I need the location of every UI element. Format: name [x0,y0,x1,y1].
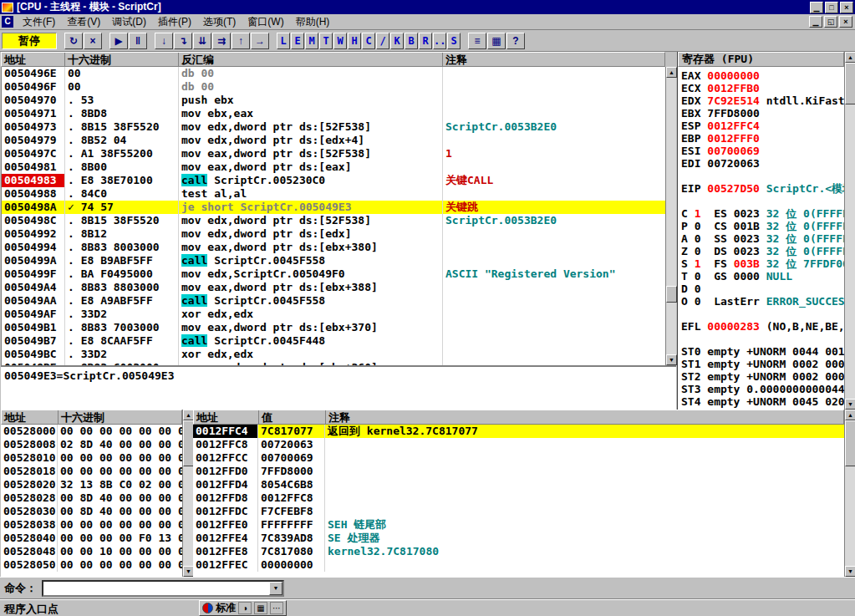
menu-item-1[interactable]: 查看(V) [61,13,106,31]
window-button-L[interactable]: L [277,33,290,49]
disasm-row[interactable]: 00504970. 53push ebx [2,94,665,107]
register-line[interactable]: ST4 empty +UNORM 0045 0208 [678,395,844,408]
stack-row[interactable]: 0012FFDCF7CFEBF8 [193,505,844,518]
scroll-down-icon[interactable]: ▼ [845,566,855,577]
window-button-E[interactable]: E [291,33,304,49]
disasm-row[interactable]: 005049AA. E8 A9ABF5FFcall ScriptCr.0045F… [2,294,665,308]
menu-item-5[interactable]: 窗口(W) [242,13,289,31]
dump-row[interactable]: 0052803000 8D 40 00 00 00 00 [1,505,182,518]
register-line[interactable] [678,308,844,320]
help-icon[interactable]: ? [506,33,525,49]
stack-row[interactable]: 0012FFE47C839AD8SE 处理器 [193,532,844,545]
trace-into-icon[interactable]: ⇊ [193,33,211,49]
disasm-row[interactable]: 0050496E00db 00 [2,67,665,80]
register-line[interactable]: ST2 empty +UNORM 0002 0000 [678,370,844,383]
disasm-scrollbar[interactable]: ▲ ▼ [665,67,676,365]
menu-item-2[interactable]: 调试(D) [106,13,152,31]
close-program-icon[interactable]: × [84,33,102,49]
register-line[interactable]: EDX 7C92E514 ntdll.KiFastS [678,94,844,107]
dump-pane[interactable]: 0052800000 00 00 00 00 00 000052800802 8… [1,425,182,577]
stack-row[interactable]: 0012FFD80012FFC8 [193,491,844,505]
dump-row[interactable]: 0052800000 00 00 00 00 00 00 [1,425,182,438]
disasm-row[interactable]: 0050498C. 8B15 38F5520mov edx,dword ptr … [2,214,665,227]
dump-row[interactable]: 0052804800 00 10 00 00 00 00 [1,545,182,558]
goto-address-icon[interactable]: → [251,33,269,49]
stack-row[interactable]: 0012FFE0FFFFFFFFSEH 链尾部 [193,518,844,532]
dump-row[interactable]: 0052801000 00 00 00 00 00 00 [1,451,182,465]
disasm-row[interactable]: 00504994. 8B83 8003000mov eax,dword ptr … [2,241,665,254]
disasm-row[interactable]: 00504992. 8B12mov edx,dword ptr ds:[edx] [2,227,665,241]
register-line[interactable]: EIP 00527D50 ScriptCr.<模块 [678,182,844,195]
disasm-row[interactable]: 00504988. 84C0test al,al [2,187,665,201]
dump-row[interactable]: 0052802032 13 8B C0 02 00 00 [1,478,182,491]
window-button-M[interactable]: M [305,33,318,49]
menu-item-3[interactable]: 插件(P) [152,13,197,31]
run-icon[interactable]: ▶ [109,33,128,49]
register-line[interactable]: EBX 7FFD8000 [678,107,844,120]
window-button-R[interactable]: R [419,33,432,49]
pause-status-button[interactable]: 暂停 [2,33,57,49]
disasm-row[interactable]: 0050498A✓ 74 57je short ScriptCr.005049E… [2,201,665,214]
ime-shape-icon[interactable]: ◑ [238,602,252,614]
disasm-row[interactable]: 0050499F. BA F0495000mov edx,ScriptCr.00… [2,267,665,281]
scroll-up-icon[interactable]: ▲ [666,67,677,78]
minimize-icon[interactable]: ▁ [810,2,823,13]
stack-row[interactable]: 0012FFC800720063 [193,438,844,451]
command-input[interactable] [43,582,269,595]
register-line[interactable]: T 0 GS 0000 NULL [678,270,844,283]
step-into-icon[interactable]: ↓ [155,33,173,49]
disasm-row[interactable]: 0050499A. E8 B9ABF5FFcall ScriptCr.0045F… [2,254,665,267]
disasm-row[interactable]: 005049B1. 8B83 7003000mov eax,dword ptr … [2,321,665,334]
menu-item-0[interactable]: 文件(F) [17,13,61,31]
mdi-restore-icon[interactable]: ◱ [824,16,837,28]
disasm-row[interactable]: 005049B7. E8 8CAAF5FFcall ScriptCr.0045F… [2,334,665,348]
register-line[interactable]: ST1 empty +UNORM 0002 0000 [678,358,844,370]
register-line[interactable] [678,333,844,345]
disasm-row[interactable]: 0050497C. A1 38F55200mov eax,dword ptr d… [2,147,665,160]
register-line[interactable]: EDI 00720063 [678,157,844,170]
stack-row[interactable]: 0012FFD48054C6B8 [193,478,844,491]
ime-keyboard-icon[interactable]: ▦ [254,602,267,614]
dump-row[interactable]: 0052801800 00 00 00 00 00 00 [1,465,182,478]
register-line[interactable]: A 0 SS 0023 32 位 0(FFFFF [678,232,844,245]
windows-icon[interactable]: ▦ [487,33,506,49]
disasm-row[interactable]: 005049A4. 8B83 8803000mov eax,dword ptr … [2,281,665,294]
dump-scrollbar[interactable]: ▲ ▼ [182,410,193,577]
register-line[interactable]: ESI 00700069 [678,145,844,157]
close-icon[interactable]: × [840,2,853,13]
register-line[interactable] [678,195,844,207]
stack-row[interactable]: 0012FFE87C817080kernel32.7C817080 [193,545,844,558]
register-line[interactable]: Z 0 DS 0023 32 位 0(FFFFF [678,245,844,257]
menu-item-6[interactable]: 帮助(H) [290,13,336,31]
stack-scrollbar[interactable]: ▲ ▼ [844,410,855,577]
window-button-C[interactable]: C [362,33,375,49]
trace-over-icon[interactable]: ⇉ [212,33,231,49]
disasm-row[interactable]: 005049BC. 33D2xor edx,edx [2,348,665,361]
register-line[interactable]: ST3 empty 0.00000000000447 [678,383,844,395]
maximize-icon[interactable]: □ [825,2,838,13]
scroll-up-icon[interactable]: ▲ [845,52,855,63]
disasm-row[interactable]: 00504983. E8 38E70100call ScriptCr.00523… [2,174,665,187]
register-line[interactable]: ESP 0012FFC4 [678,120,844,132]
register-line[interactable]: EAX 00000000 [678,69,844,82]
disasm-pane[interactable]: 0050496E00db 000050496F00db 0000504970. … [1,67,665,365]
registers-scrollbar[interactable]: ▲ ▼ [844,52,855,410]
register-line[interactable]: P 0 CS 001B 32 位 0(FFFFF [678,220,844,232]
disasm-row[interactable]: 005049AF. 33D2xor edx,edx [2,308,665,321]
disasm-row[interactable]: 0050496F00db 00 [2,80,665,94]
stack-pane[interactable]: 0012FFC47C817077返回到 kernel32.7C817077001… [193,425,844,577]
ime-mode-label[interactable]: 标准 [216,601,236,615]
mdi-minimize-icon[interactable]: ▁ [809,16,822,28]
menu-item-4[interactable]: 选项(T) [197,13,242,31]
register-line[interactable]: D 0 [678,283,844,295]
step-over-icon[interactable]: ↴ [174,33,192,49]
stack-row[interactable]: 0012FFC47C817077返回到 kernel32.7C817077 [193,425,844,438]
scrollbar-thumb[interactable] [845,420,855,466]
chevron-down-icon[interactable]: ▼ [269,582,282,595]
stack-row[interactable]: 0012FFCC00700069 [193,451,844,465]
restart-icon[interactable]: ↻ [64,33,83,49]
execute-till-return-icon[interactable]: ↑ [232,33,250,49]
scrollbar-thumb[interactable] [666,286,677,303]
dump-row[interactable]: 0052800802 8D 40 00 00 00 00 [1,438,182,451]
ime-logo-icon[interactable] [202,603,213,613]
